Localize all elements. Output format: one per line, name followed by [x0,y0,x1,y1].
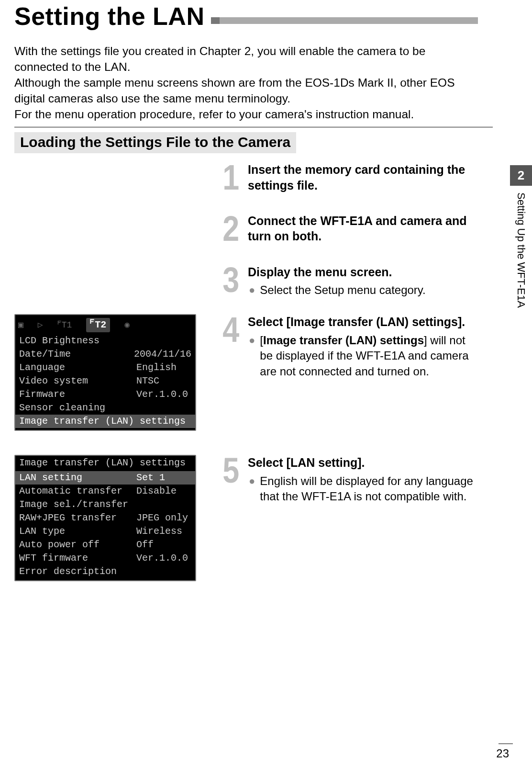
page-title-row: Setting the LAN [14,2,483,31]
step-2: 2 Connect the WFT-E1A and camera and tur… [14,213,483,245]
submenu-header: Image transfer (LAN) settings [15,456,195,471]
bullet-icon: ● [248,474,260,505]
menu-item-highlighted: Image transfer (LAN) settings [19,415,186,428]
step-number: 2 [222,213,239,245]
section-heading: Loading the Settings File to the Camera [14,132,296,153]
page-title: Setting the LAN [14,2,204,31]
intro-paragraph: For the menu operation procedure, refer … [14,106,474,122]
menu-item-value: Ver.1.0.0 [136,388,188,401]
menu-item-label: RAW+JPEG transfer [19,512,136,524]
step-bullet: Select the Setup menu category. [260,282,425,298]
step-bullet: English will be displayed for any langua… [260,474,474,505]
step-3: 3 Display the menu screen. ● Select the … [14,264,483,298]
camera-menu-screenshot-lan: Image transfer (LAN) settings LAN settin… [14,455,196,581]
menu-item-label: LCD Brightness [19,335,136,347]
step-title: Connect the WFT-E1A and camera and turn … [248,213,474,244]
menu-item-value: NTSC [136,375,159,387]
menu-item-label: WFT firmware [19,552,136,564]
custom-tab-icon: ◉ [124,320,130,331]
chapter-side-tab: 2 Setting Up the WFT-E1A [510,165,532,315]
menu-item-label: LAN type [19,525,136,538]
menu-item-value: Wireless [136,525,182,538]
intro-paragraph: Although the sample menu screens shown a… [14,75,474,106]
camera-tab-icon: ▣ [18,320,23,331]
step-title: Insert the memory card containing the se… [248,162,474,193]
step-number: 3 [222,264,239,296]
menu-item-highlighted-label: LAN setting [19,472,136,484]
step-number: 1 [222,162,239,194]
step-title: Select [Image transfer (LAN) settings]. [248,314,474,330]
menu-item-value: Ver.1.0.0 [136,552,188,564]
menu-item-label: Error description [19,565,136,578]
menu-item-label: Video system [19,375,136,387]
step-title: Display the menu screen. [248,264,474,280]
playback-tab-icon: ▷ [38,320,43,331]
page-number: 23 [496,747,509,760]
step-title: Select [LAN setting]. [248,455,474,471]
title-decoration-icon [211,17,220,24]
menu-item-label: Language [19,361,136,374]
intro-block: With the settings file you created in Ch… [14,43,474,122]
divider [14,127,493,127]
step-number: 5 [222,455,239,487]
bullet-icon: ● [248,282,260,298]
chapter-label: Setting Up the WFT-E1A [510,186,532,315]
setup2-tab-selected: ꟳT2 [86,318,110,332]
menu-item-value: 2004/11/16 [134,348,191,361]
setup1-tab-icon: ꟳT1 [57,320,72,331]
menu-item-value: JPEG only [136,512,188,524]
step-number: 4 [222,314,239,346]
menu-item-value: Off [136,539,154,551]
camera-menu-screenshot-setup: ▣ ▷ ꟳT1 ꟳT2 ◉ LCD Brightness Date/Time20… [14,314,196,431]
step-1: 1 Insert the memory card containing the … [14,162,483,194]
menu-item-label: Firmware [19,388,136,401]
chapter-number-badge: 2 [510,165,532,186]
bullet-icon: ● [248,333,260,379]
step-4: ▣ ▷ ꟳT1 ꟳT2 ◉ LCD Brightness Date/Time20… [14,314,483,431]
menu-item-label: Image sel./transfer [19,498,136,511]
step-bullet: [Image transfer (LAN) settings] will not… [260,333,474,379]
step-5: Image transfer (LAN) settings LAN settin… [14,455,483,581]
menu-item-label: Date/Time [19,348,134,361]
menu-item-label: Sensor cleaning [19,402,136,414]
menu-tab-row: ▣ ▷ ꟳT1 ꟳT2 ◉ [15,315,195,334]
menu-item-highlighted-value: Set 1 [136,472,165,484]
menu-item-label: Automatic transfer [19,485,136,497]
menu-item-label: Auto power off [19,539,136,551]
intro-paragraph: With the settings file you created in Ch… [14,43,474,75]
title-decoration-bar [220,17,478,24]
menu-item-value: Disable [136,485,177,497]
page-number-decoration [499,744,513,744]
menu-item-value: English [136,361,177,374]
